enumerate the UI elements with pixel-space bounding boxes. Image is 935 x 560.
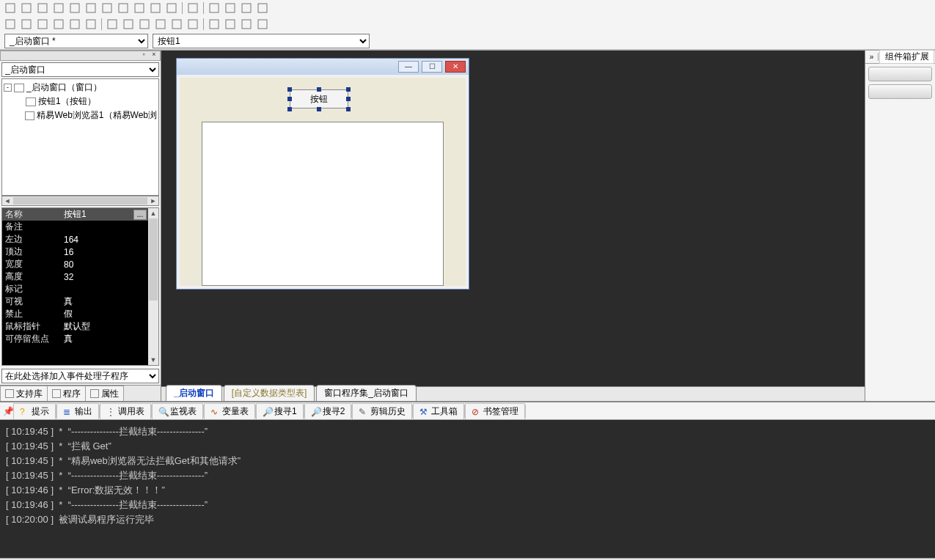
toolbox-item[interactable] (868, 67, 932, 81)
prop-row[interactable]: 禁止假 (2, 308, 148, 320)
prop-value[interactable]: 164 (59, 235, 148, 245)
k-button[interactable] (186, 17, 200, 32)
resize-handle[interactable] (287, 107, 292, 111)
bottom-tab-1[interactable]: ≣输出 (56, 403, 99, 419)
prop-value[interactable]: 真 (59, 333, 148, 345)
center-h-button[interactable] (148, 1, 163, 15)
event-handler-combo[interactable]: 在此处选择加入事件处理子程序 (1, 369, 159, 383)
prop-row[interactable]: 可停留焦点真 (2, 333, 148, 345)
editor-tab[interactable]: [自定义数据类型表] (224, 385, 315, 401)
prop-row[interactable]: 宽度80 (2, 258, 148, 270)
c-button[interactable] (51, 17, 66, 32)
tree-node-root[interactable]: - _启动窗口（窗口） (4, 81, 157, 95)
tree-node-child[interactable]: 按钮1（按钮） (4, 95, 157, 108)
bottom-tab-8[interactable]: ⚒工具箱 (413, 403, 464, 419)
win2-button[interactable] (223, 1, 238, 15)
minimize-button[interactable]: — (398, 61, 419, 73)
panel-pin-icon[interactable]: ▫ (139, 51, 148, 60)
toolbox-expand-icon[interactable]: » (865, 53, 879, 61)
bottom-tab-0[interactable]: ?提示 (13, 403, 56, 419)
same-h-button[interactable] (132, 1, 147, 15)
prop-row[interactable]: 鼠标指针默认型 (2, 320, 148, 333)
win4-button[interactable] (255, 1, 270, 15)
i-button[interactable] (153, 17, 168, 32)
g-button[interactable] (121, 17, 136, 32)
prop-value[interactable]: 32 (59, 272, 148, 282)
bottom-tab-2[interactable]: ⋮调用表 (100, 403, 151, 419)
design-form-window[interactable]: — ☐ ✕ 按钮 (176, 58, 469, 290)
resize-handle[interactable] (287, 97, 292, 101)
vgap-button[interactable] (100, 1, 114, 15)
toolbox-item[interactable] (868, 84, 932, 99)
scroll-left-icon[interactable]: ◄ (2, 196, 12, 205)
scroll-down-icon[interactable]: ▼ (148, 355, 158, 365)
object-combo[interactable]: 按钮1 (153, 34, 370, 48)
o-button[interactable] (255, 17, 270, 32)
h-button[interactable] (137, 17, 152, 32)
prop-row[interactable]: 高度32 (2, 270, 148, 283)
win3-button[interactable] (239, 1, 254, 15)
resize-handle[interactable] (346, 87, 351, 92)
n-button[interactable] (239, 17, 254, 32)
a-button[interactable] (19, 17, 34, 32)
j-button[interactable] (169, 17, 184, 32)
hgap-button[interactable] (84, 1, 98, 15)
same-w-button[interactable] (116, 1, 131, 15)
prop-row[interactable]: 左边164 (2, 233, 148, 246)
scroll-right-icon[interactable]: ► (148, 196, 158, 205)
prop-row[interactable]: 顶边16 (2, 246, 148, 258)
run-button[interactable] (186, 1, 200, 15)
bottom-tab-4[interactable]: ∿变量表 (204, 403, 255, 419)
left-tab-prog[interactable]: 程序 (47, 386, 86, 401)
bottom-tab-6[interactable]: 🔎搜寻2 (304, 403, 352, 419)
bottom-tab-7[interactable]: ✎剪辑历史 (352, 403, 412, 419)
align-r-button[interactable] (35, 1, 50, 15)
bottom-tab-3[interactable]: 🔍监视表 (152, 403, 203, 419)
design-webbrowser[interactable] (202, 122, 444, 286)
m-button[interactable] (223, 17, 238, 32)
tree-scope-combo[interactable]: _启动窗口 (1, 62, 159, 77)
bottom-tab-5[interactable]: 🔎搜寻1 (256, 403, 304, 419)
property-grid[interactable]: 名称按钮1...备注左边164顶边16宽度80高度32标记可视真禁止假鼠标指针默… (1, 207, 159, 366)
editor-tab[interactable]: 窗口程序集_启动窗口 (316, 385, 417, 401)
design-button[interactable]: 按钮 (290, 89, 348, 108)
scroll-thumb[interactable] (13, 197, 147, 205)
grid-button[interactable] (3, 1, 18, 15)
prop-browse-button[interactable]: ... (133, 210, 147, 220)
form-body[interactable]: 按钮 (180, 78, 466, 286)
prop-value[interactable]: 默认型 (59, 320, 148, 333)
b-button[interactable] (35, 17, 50, 32)
component-tree[interactable]: - _启动窗口（窗口） 按钮1（按钮） 精易Web浏览器1（精易Web浏 (1, 78, 159, 196)
prop-value[interactable]: 假 (59, 308, 148, 320)
resize-handle[interactable] (287, 87, 292, 92)
maximize-button[interactable]: ☐ (422, 61, 442, 73)
d-button[interactable] (67, 17, 82, 32)
form-designer[interactable]: — ☐ ✕ 按钮 (161, 51, 865, 386)
bottom-tab-9[interactable]: ⊘书签管理 (465, 403, 525, 419)
prop-vscroll[interactable]: ▲ ▼ (148, 208, 158, 365)
scroll-thumb[interactable] (149, 218, 158, 301)
editor-tab[interactable]: _启动窗口 (166, 385, 222, 401)
scroll-up-icon[interactable]: ▲ (148, 208, 158, 218)
tree-node-child[interactable]: 精易Web浏览器1（精易Web浏 (4, 108, 157, 122)
left-tab-prop[interactable]: 属性 (85, 386, 124, 401)
left-tab-lib[interactable]: 支持库 (0, 386, 48, 401)
file-combo[interactable]: _启动窗口 * (4, 34, 148, 48)
center-v-button[interactable] (164, 1, 179, 15)
tree-hscroll[interactable]: ◄ ► (1, 196, 159, 206)
tbl-button[interactable] (3, 17, 18, 32)
prop-value[interactable]: 真 (59, 295, 148, 308)
align-t-button[interactable] (51, 1, 66, 15)
prop-value[interactable]: 16 (59, 247, 148, 257)
resize-handle[interactable] (317, 107, 321, 111)
align-b-button[interactable] (67, 1, 82, 15)
prop-row[interactable]: 备注 (2, 221, 148, 233)
prop-row[interactable]: 可视真 (2, 295, 148, 308)
output-console[interactable]: [ 10:19:45 ] * “---------------拦截结束-----… (0, 420, 935, 558)
tree-collapse-icon[interactable]: - (4, 84, 12, 92)
prop-row[interactable]: 标记 (2, 283, 148, 295)
resize-handle[interactable] (346, 97, 351, 101)
resize-handle[interactable] (346, 107, 351, 111)
win1-button[interactable] (207, 1, 221, 15)
f-button[interactable] (105, 17, 120, 32)
